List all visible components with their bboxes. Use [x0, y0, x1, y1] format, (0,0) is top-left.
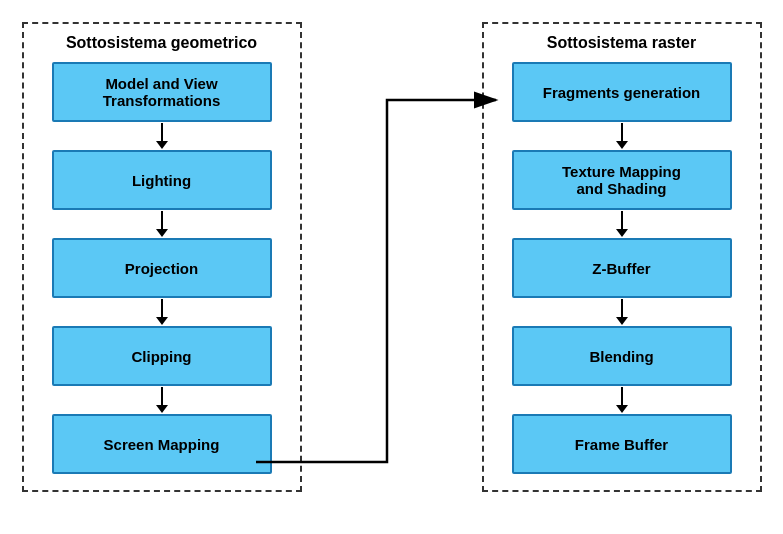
block-fragments: Fragments generation [512, 62, 732, 122]
block-framebuffer: Frame Buffer [512, 414, 732, 474]
arrow-4 [156, 386, 168, 414]
block-clipping: Clipping [52, 326, 272, 386]
left-title: Sottosistema geometrico [66, 34, 257, 52]
left-subsystem: Sottosistema geometrico Model and ViewTr… [22, 22, 302, 492]
block-model-view: Model and ViewTransformations [52, 62, 272, 122]
right-subsystem: Sottosistema raster Fragments generation… [482, 22, 762, 492]
arrow-7 [616, 298, 628, 326]
right-title: Sottosistema raster [547, 34, 696, 52]
arrow-3 [156, 298, 168, 326]
block-screen-mapping: Screen Mapping [52, 414, 272, 474]
arrow-8 [616, 386, 628, 414]
arrow-2 [156, 210, 168, 238]
block-zbuffer: Z-Buffer [512, 238, 732, 298]
block-lighting: Lighting [52, 150, 272, 210]
diagram: Sottosistema geometrico Model and ViewTr… [12, 12, 772, 522]
arrow-1 [156, 122, 168, 150]
block-blending: Blending [512, 326, 732, 386]
arrow-6 [616, 210, 628, 238]
arrow-5 [616, 122, 628, 150]
block-projection: Projection [52, 238, 272, 298]
block-texture: Texture Mappingand Shading [512, 150, 732, 210]
